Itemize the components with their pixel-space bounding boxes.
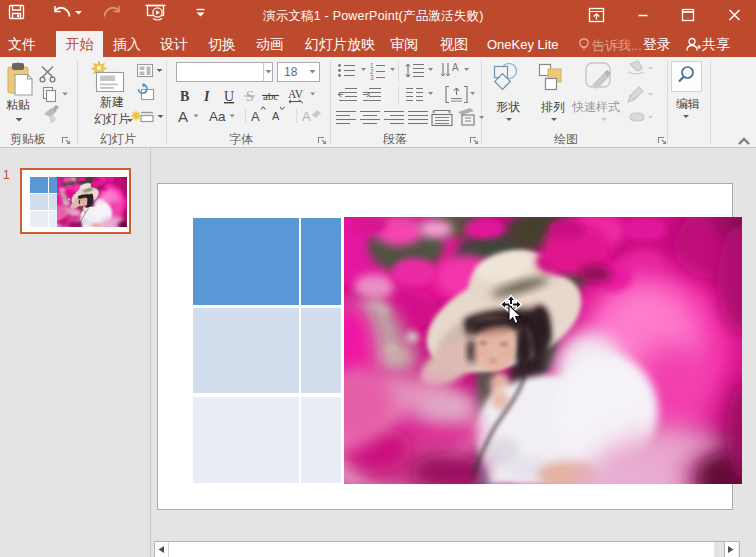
svg-text:A: A bbox=[251, 109, 260, 124]
svg-text:U: U bbox=[224, 89, 234, 104]
svg-text:I: I bbox=[203, 89, 210, 104]
svg-text:18: 18 bbox=[284, 65, 298, 79]
svg-text:Aa: Aa bbox=[209, 109, 226, 124]
svg-text:3: 3 bbox=[370, 74, 374, 81]
svg-text:A: A bbox=[302, 109, 311, 124]
svg-text:A: A bbox=[272, 110, 280, 122]
svg-text:A: A bbox=[178, 108, 188, 125]
svg-text:B: B bbox=[180, 89, 189, 104]
svg-text:A: A bbox=[452, 62, 459, 73]
svg-text:AV: AV bbox=[288, 88, 304, 100]
